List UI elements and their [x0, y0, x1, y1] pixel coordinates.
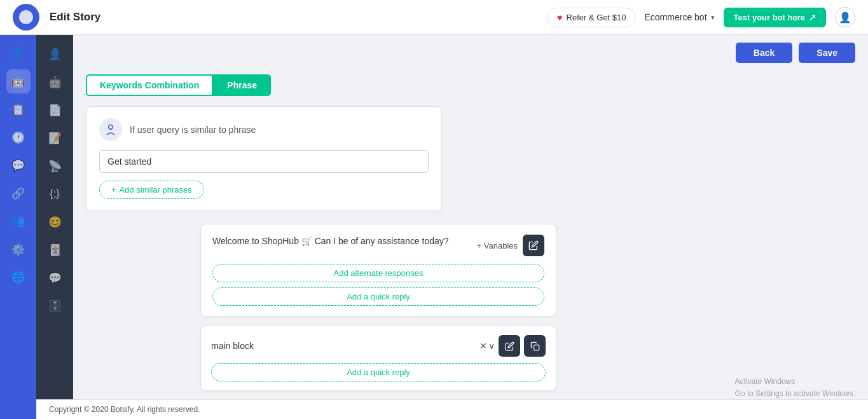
globe-icon: 🌐 [11, 271, 25, 284]
response-block-header: Welcome to ShopHub 🛒 Can I be of any ass… [212, 235, 544, 256]
topbar-actions: ♥ Refer & Get $10 Ecommerce bot ▾ Test y… [548, 7, 855, 27]
canvas-area[interactable]: Keywords Combination Phrase If user quer… [73, 68, 868, 419]
phrase-header-label: If user query is similar to phrase [130, 125, 256, 135]
main-block-header: ✕ ∨ [211, 335, 546, 357]
app-logo [13, 4, 39, 31]
close-chevron-controls: ✕ ∨ [479, 341, 495, 351]
heart-icon: ♥ [557, 12, 563, 23]
response-block: Welcome to ShopHub 🛒 Can I be of any ass… [200, 224, 556, 317]
database-icon: 🗄️ [48, 299, 62, 313]
sidebar-item-settings[interactable]: ⚙️ [6, 237, 31, 261]
secondary-item-user[interactable]: 👤 [42, 41, 67, 67]
tab-keywords-combination[interactable]: Keywords Combination [86, 74, 213, 96]
secondary-item-note[interactable]: 📝 [42, 125, 67, 151]
main-block-controls: ✕ ∨ [479, 335, 546, 357]
layers-icon: 📄 [48, 104, 62, 117]
note-icon: 📝 [48, 132, 62, 145]
secondary-item-code[interactable]: {;} [42, 181, 67, 207]
variables-button[interactable]: + Variables [477, 241, 518, 251]
chat-icon: 💬 [11, 159, 25, 172]
close-block-button[interactable]: ✕ [479, 341, 487, 351]
sidebar-item-users[interactable]: 👤 [6, 41, 31, 65]
main-block: ✕ ∨ Add a quick reply [200, 326, 556, 391]
add-similar-phrases-button[interactable]: + Add similar phrases [99, 181, 204, 199]
refer-label: Refer & Get $10 [567, 13, 626, 22]
sidebar-item-globe[interactable]: 🌐 [6, 265, 31, 289]
expand-block-button[interactable]: ∨ [488, 341, 495, 351]
secondary-item-card[interactable]: 🃏 [42, 237, 67, 263]
main-block-input[interactable] [211, 341, 474, 351]
rss-icon: 📡 [48, 160, 62, 173]
edit-main-block-button[interactable] [499, 335, 520, 357]
analytics-icon: 🕐 [11, 131, 25, 144]
action-bar: Back Save [73, 35, 868, 68]
add-similar-label: Add similar phrases [120, 185, 192, 195]
tab-phrase[interactable]: Phrase [213, 74, 271, 96]
main-layout: 👤 🤖 📋 🕐 💬 🔗 👥 ⚙️ 🌐 👤 [0, 35, 868, 419]
secondary-item-layers[interactable]: 📄 [42, 97, 67, 123]
secondary-item-bot[interactable]: 🤖 [42, 69, 67, 95]
main-content: Back Save Keywords Combination Phrase If… [73, 35, 868, 419]
phrase-card-header: If user query is similar to phrase [99, 118, 429, 141]
bot-icon: 🤖 [11, 75, 25, 88]
phrase-input[interactable] [99, 150, 429, 173]
code-icon: {;} [50, 188, 60, 200]
sidebar-item-connections[interactable]: 🔗 [6, 181, 31, 205]
footer: Copyright © 2020 Botsify, All rights res… [36, 399, 868, 419]
secondary-item-comment[interactable]: 💬 [42, 265, 67, 291]
page-title: Edit Story [50, 11, 548, 24]
keyword-tabs: Keywords Combination Phrase [86, 74, 855, 96]
card-icon: 🃏 [48, 244, 62, 257]
sidebar-item-chat[interactable]: 💬 [6, 153, 31, 177]
far-left-nav: 👤 🤖 📋 🕐 💬 🔗 👥 ⚙️ 🌐 [0, 35, 36, 419]
emoji-icon: 😊 [48, 216, 62, 229]
plus-icon: + [111, 185, 116, 195]
response-actions: + Variables [477, 235, 544, 256]
secondary-item-emoji[interactable]: 😊 [42, 209, 67, 235]
user-account-button[interactable]: 👤 [835, 7, 855, 27]
test-bot-label: Test your bot here [734, 13, 805, 22]
templates-icon: 📋 [11, 103, 25, 116]
secondary-item-rss[interactable]: 📡 [42, 153, 67, 179]
secondary-nav: 👤 🤖 📄 📝 📡 {;} 😊 🃏 💬 🗄️ [36, 35, 73, 419]
logo-circle [19, 10, 33, 24]
sidebar-item-templates[interactable]: 📋 [6, 97, 31, 121]
chevron-down-icon: ▾ [711, 13, 715, 22]
bot2-icon: 🤖 [48, 76, 62, 89]
edit-response-button[interactable] [523, 235, 544, 256]
connections-icon: 🔗 [11, 187, 25, 200]
test-bot-button[interactable]: Test your bot here ↗ [724, 8, 826, 27]
save-button[interactable]: Save [799, 43, 855, 63]
footer-text: Copyright © 2020 Botsify, All rights res… [49, 405, 200, 414]
phrase-icon [99, 118, 122, 141]
bot-selector-label: Ecommerce bot [645, 12, 707, 22]
add-quick-reply-button-main[interactable]: Add a quick reply [211, 363, 546, 381]
sidebar-item-team[interactable]: 👥 [6, 209, 31, 233]
phrase-card: If user query is similar to phrase + Add… [86, 106, 442, 211]
sidebar-item-bot[interactable]: 🤖 [6, 69, 31, 93]
user-icon: 👤 [839, 11, 851, 24]
settings-icon: ⚙️ [11, 243, 25, 256]
refer-button[interactable]: ♥ Refer & Get $10 [548, 8, 636, 27]
back-button[interactable]: Back [736, 43, 792, 63]
bot-selector[interactable]: Ecommerce bot ▾ [645, 12, 715, 22]
svg-rect-1 [534, 345, 539, 350]
user2-icon: 👤 [48, 48, 62, 61]
secondary-item-database[interactable]: 🗄️ [42, 293, 67, 319]
add-quick-reply-button-response[interactable]: Add a quick reply [212, 287, 544, 306]
topbar: Edit Story ♥ Refer & Get $10 Ecommerce b… [0, 0, 868, 35]
add-alternate-responses-button[interactable]: Add alternate responses [212, 264, 544, 282]
response-text: Welcome to ShopHub 🛒 Can I be of any ass… [212, 235, 477, 248]
external-link-icon: ↗ [809, 13, 816, 22]
comment-icon: 💬 [48, 271, 62, 285]
main-block-quick-reply-section: Add a quick reply [211, 363, 546, 381]
users-icon: 👤 [11, 47, 25, 60]
team-icon: 👥 [11, 215, 25, 228]
svg-point-0 [109, 125, 113, 130]
copy-main-block-button[interactable] [524, 335, 546, 357]
sidebar-item-analytics[interactable]: 🕐 [6, 125, 31, 149]
